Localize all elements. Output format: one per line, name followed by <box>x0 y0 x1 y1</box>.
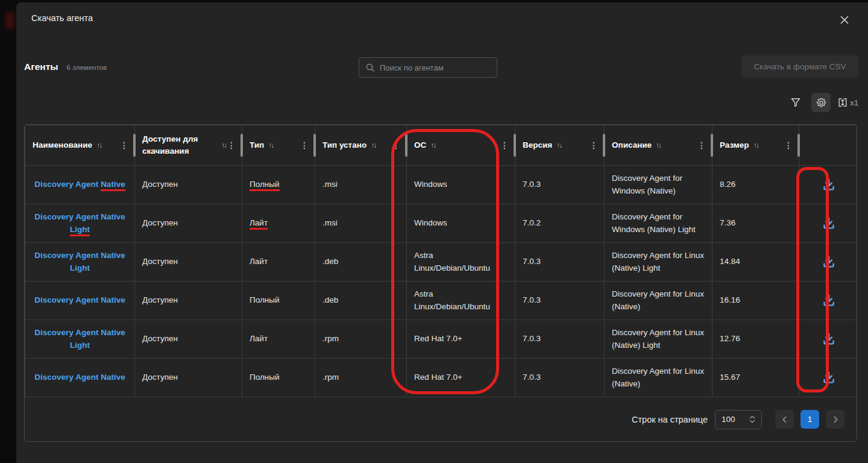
agent-name-cell: Discovery Agent Native Light <box>25 204 135 243</box>
filter-icon[interactable] <box>786 93 805 112</box>
size-cell: 7.36 <box>712 204 799 243</box>
sort-icon[interactable]: ↑↓ <box>556 141 561 150</box>
version-cell: 7.0.3 <box>515 320 605 359</box>
column-header-7[interactable]: Размер↑↓⋮ <box>712 125 799 166</box>
available-cell: Доступен <box>135 359 242 397</box>
page-title: Агенты <box>24 61 58 72</box>
sort-icon[interactable]: ↑↓ <box>371 141 376 150</box>
column-menu-icon[interactable]: ⋮ <box>588 140 599 150</box>
type-cell: Полный <box>242 282 315 320</box>
column-menu-icon[interactable]: ⋮ <box>696 140 707 150</box>
download-button[interactable] <box>816 365 842 391</box>
close-icon[interactable] <box>838 13 851 27</box>
sort-icon[interactable]: ↑↓ <box>430 141 435 150</box>
table-row: Discovery Agent Native LightДоступенЛайт… <box>25 204 858 243</box>
description-cell: Discovery Agent for Windows (Native) <box>605 166 712 204</box>
search-icon <box>365 63 375 72</box>
download-button[interactable] <box>816 210 842 237</box>
agent-name-link[interactable]: Discovery Agent Native <box>34 373 125 382</box>
os-cell: Windows <box>407 166 515 204</box>
column-menu-icon[interactable]: ⋮ <box>299 140 310 150</box>
column-header-2[interactable]: Тип↑↓⋮ <box>242 125 315 166</box>
column-label: Размер <box>720 139 749 151</box>
column-menu-icon[interactable]: ⋮ <box>226 140 237 150</box>
gear-icon[interactable] <box>811 93 831 112</box>
type-cell: Лайт <box>242 320 315 359</box>
agent-name-cell: Discovery Agent Native <box>25 166 135 204</box>
available-cell: Доступен <box>135 166 242 204</box>
rows-per-page-select[interactable]: 100 <box>715 410 762 429</box>
install-type-cell: .deb <box>315 282 407 320</box>
size-cell: 16.16 <box>712 282 799 320</box>
column-header-5[interactable]: Версия↑↓⋮ <box>515 125 605 166</box>
agent-name-link[interactable]: Discovery Agent Native <box>34 295 125 304</box>
column-header-3[interactable]: Тип устано↑↓⋮ <box>315 125 407 166</box>
current-page-button[interactable]: 1 <box>800 410 819 429</box>
row-height-label: x1 <box>850 98 858 107</box>
download-csv-button[interactable]: Скачать в формате CSV <box>741 55 858 78</box>
os-cell: Astra Linux/Debian/Ubuntu <box>407 243 515 282</box>
column-label: Наименование <box>33 139 92 151</box>
download-cell <box>799 166 858 204</box>
download-button[interactable] <box>816 249 842 276</box>
column-label: ОС <box>414 139 426 151</box>
sort-icon[interactable]: ↑↓ <box>753 141 758 150</box>
size-cell: 14.84 <box>712 243 799 282</box>
annotation-underline: Light <box>70 225 90 236</box>
search-input[interactable] <box>380 63 491 72</box>
sort-icon[interactable]: ↑↓ <box>656 141 661 150</box>
available-cell: Доступен <box>135 243 242 282</box>
description-cell: Discovery Agent for Linux (Native) <box>605 359 712 397</box>
stepper-icon <box>749 415 755 423</box>
download-button[interactable] <box>816 326 842 353</box>
install-type-cell: .msi <box>315 204 407 243</box>
prev-page-button[interactable] <box>775 410 794 429</box>
column-menu-icon[interactable]: ⋮ <box>499 140 510 150</box>
column-header-6[interactable]: Описание↑↓⋮ <box>605 125 712 166</box>
description-cell: Discovery Agent for Windows (Native) Lig… <box>605 204 712 243</box>
column-header-0[interactable]: Наименование↑↓⋮ <box>25 125 135 166</box>
agent-name-link[interactable]: Discovery Agent Native Light <box>34 251 125 272</box>
sort-icon[interactable]: ↑↓ <box>96 141 101 150</box>
row-height-icon <box>837 96 849 109</box>
column-menu-icon[interactable]: ⋮ <box>783 140 794 150</box>
type-cell: Лайт <box>242 204 315 243</box>
sort-icon[interactable]: ↑↓ <box>268 141 273 150</box>
install-type-cell: .msi <box>315 166 407 204</box>
download-button[interactable] <box>816 288 842 314</box>
available-cell: Доступен <box>135 204 242 243</box>
rows-per-page-value: 100 <box>722 415 735 424</box>
type-cell: Лайт <box>242 243 315 282</box>
available-cell: Доступен <box>135 320 242 359</box>
background-artifact <box>5 12 14 29</box>
column-menu-icon[interactable]: ⋮ <box>391 140 401 150</box>
version-cell: 7.0.2 <box>515 204 605 243</box>
size-cell: 12.76 <box>712 320 799 359</box>
column-menu-icon[interactable]: ⋮ <box>119 140 130 150</box>
column-header-4[interactable]: ОС↑↓⋮ <box>407 125 515 166</box>
download-cell <box>799 204 858 243</box>
column-label: Тип устано <box>322 139 366 151</box>
column-header-1[interactable]: Доступен для скачивания↑↓⋮ <box>135 125 242 166</box>
column-label: Тип <box>250 139 264 151</box>
row-height-toggle[interactable]: x1 <box>837 96 858 109</box>
download-cell <box>799 320 858 359</box>
next-page-button[interactable] <box>826 410 844 429</box>
download-cell <box>799 243 858 282</box>
download-cell <box>799 282 858 320</box>
download-agent-modal: Скачать агента Агенты 6 элементов Скачат… <box>16 2 868 463</box>
items-count: 6 элементов <box>66 64 107 71</box>
agent-name-link[interactable]: Discovery Agent Native Light <box>34 328 125 350</box>
table-row: Discovery Agent Native LightДоступенЛайт… <box>25 320 858 359</box>
agent-name-link[interactable]: Discovery Agent Native <box>34 180 125 191</box>
install-type-cell: .deb <box>315 243 407 282</box>
agent-name-link[interactable]: Discovery Agent Native Light <box>34 212 125 236</box>
sort-icon[interactable]: ↑↓ <box>221 141 226 150</box>
download-button[interactable] <box>816 172 842 198</box>
search-box[interactable] <box>359 57 497 78</box>
table-row: Discovery Agent NativeДоступенПолный.deb… <box>25 282 858 320</box>
os-cell: Astra Linux/Debian/Ubuntu <box>407 282 515 320</box>
rows-per-page-label: Строк на странице <box>632 415 708 424</box>
os-cell: Windows <box>407 204 515 243</box>
pagination-bar: Строк на странице 100 1 <box>25 397 857 441</box>
